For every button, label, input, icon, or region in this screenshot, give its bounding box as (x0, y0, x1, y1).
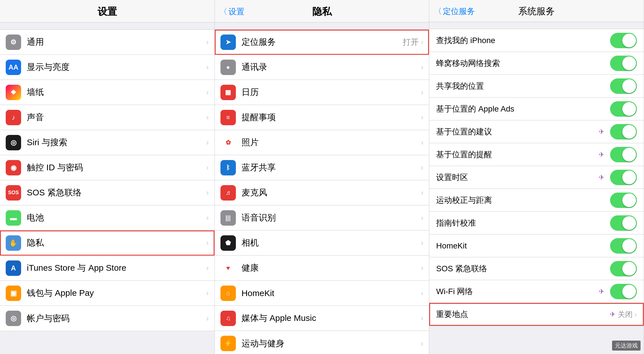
settings-item-account[interactable]: ◎ 帐户与密码 › (0, 306, 214, 331)
settings-item-sound[interactable]: ♪ 声音 › (0, 105, 214, 130)
touchid-icon: ◉ (6, 160, 21, 175)
timezone-arrow: ✈ (599, 173, 604, 181)
exercise-icon: ⚡ (220, 336, 236, 351)
privacy-item-contacts[interactable]: ● 通讯录 › (215, 55, 429, 80)
motion-toggle[interactable] (610, 193, 637, 208)
location-remind-toggle[interactable] (610, 147, 637, 162)
chevron-left-icon-2: 〈 (434, 6, 442, 17)
privacy-header: 〈 设置 隐私 (215, 0, 429, 23)
touchid-chevron: › (206, 163, 209, 172)
system-toggle-share-location[interactable]: 共享我的位置 (429, 75, 644, 98)
settings-header: 设置 (0, 0, 214, 23)
account-label: 帐户与密码 (27, 313, 206, 324)
settings-item-siri[interactable]: ◎ Siri 与搜索 › (0, 130, 214, 155)
settings-item-touchid[interactable]: ◉ 触控 ID 与密码 › (0, 155, 214, 180)
settings-panel: 设置 ⚙ 通用 › AA 显示与亮度 › ❖ 墙纸 › ♪ 声音 › ◎ Sir… (0, 0, 215, 354)
settings-item-general[interactable]: ⚙ 通用 › (0, 30, 214, 55)
cell-search-toggle[interactable] (610, 56, 637, 71)
homekit-icon: ⌂ (220, 286, 236, 301)
sos-icon: SOS (6, 185, 21, 201)
homekit-chevron: › (421, 289, 424, 298)
account-chevron: › (206, 314, 209, 323)
privacy-icon: ✋ (6, 235, 21, 251)
settings-item-itunes[interactable]: A iTunes Store 与 App Store › (0, 256, 214, 281)
camera-label: 相机 (242, 237, 421, 249)
system-toggle-motion[interactable]: 运动校正与距离 (429, 189, 644, 212)
privacy-item-homekit[interactable]: ⌂ HomeKit › (215, 281, 429, 306)
homekit2-toggle[interactable] (610, 238, 637, 254)
media-chevron: › (421, 314, 424, 323)
settings-item-display[interactable]: AA 显示与亮度 › (0, 55, 214, 80)
system-toggle-sos2[interactable]: SOS 紧急联络 (429, 257, 644, 280)
cell-search-label: 蜂窝移动网络搜索 (436, 58, 607, 69)
find-iphone-toggle[interactable] (610, 33, 637, 48)
settings-item-wallpaper[interactable]: ❖ 墙纸 › (0, 80, 214, 105)
system-toggle-compass[interactable]: 指南针校准 (429, 212, 644, 234)
apple-ads-toggle[interactable] (610, 101, 637, 117)
privacy-item-media[interactable]: ♫ 媒体与 Apple Music › (215, 306, 429, 331)
system-back-button[interactable]: 〈 定位服务 (434, 6, 475, 17)
settings-item-privacy[interactable]: ✋ 隐私 › (0, 230, 214, 256)
settings-item-wallet[interactable]: ▣ 钱包与 Apple Pay › (0, 281, 214, 306)
system-toggle-location-remind[interactable]: 基于位置的提醒 ✈ (429, 143, 644, 166)
privacy-item-microphone[interactable]: ♬ 麦克风 › (215, 180, 429, 205)
battery-label: 电池 (27, 212, 206, 224)
settings-scroll[interactable]: ⚙ 通用 › AA 显示与亮度 › ❖ 墙纸 › ♪ 声音 › ◎ Siri 与… (0, 23, 214, 354)
battery-chevron: › (206, 213, 209, 222)
homekit-label: HomeKit (242, 288, 421, 298)
privacy-item-exercise[interactable]: ⚡ 运动与健身 › (215, 331, 429, 354)
system-toggle-cell-search[interactable]: 蜂窝移动网络搜索 (429, 52, 644, 75)
system-toggle-important-places[interactable]: 重要地点 ✈ 关闭 › (429, 303, 644, 326)
sos-label: SOS 紧急联络 (27, 187, 206, 199)
privacy-item-location[interactable]: ➤ 定位服务 打开 › (215, 30, 429, 55)
privacy-scroll[interactable]: ➤ 定位服务 打开 › ● 通讯录 › ▦ 日历 › ≡ 提醒事项 › ✿ 照片… (215, 23, 429, 354)
system-toggle-apple-ads[interactable]: 基于位置的 Apple Ads (429, 98, 644, 120)
voicerecog-chevron: › (421, 213, 424, 222)
location-value: 打开 (403, 37, 419, 48)
calendar-label: 日历 (242, 86, 421, 98)
media-label: 媒体与 Apple Music (242, 312, 421, 324)
bluetooth-icon: ᛒ (220, 160, 236, 175)
privacy-item-photos[interactable]: ✿ 照片 › (215, 130, 429, 155)
siri-chevron: › (206, 138, 209, 147)
settings-item-sos[interactable]: SOS SOS 紧急联络 › (0, 180, 214, 205)
system-toggle-wifi[interactable]: Wi-Fi 网络 ✈ (429, 280, 644, 303)
general-chevron: › (206, 38, 209, 46)
sos2-toggle[interactable] (610, 261, 637, 276)
photos-chevron: › (421, 138, 424, 147)
system-services-title: 系统服务 (518, 5, 555, 18)
battery-icon: ▬ (6, 210, 21, 226)
privacy-item-camera[interactable]: ⬟ 相机 › (215, 230, 429, 256)
wifi-toggle[interactable] (610, 284, 637, 299)
location-suggest-toggle[interactable] (610, 124, 637, 139)
system-services-scroll[interactable]: 查找我的 iPhone 蜂窝移动网络搜索 共享我的位置 基于位置的 Apple … (429, 22, 644, 354)
system-toggle-location-suggest[interactable]: 基于位置的建议 ✈ (429, 120, 644, 143)
media-icon: ♫ (220, 311, 236, 326)
privacy-item-voicerecog[interactable]: ||| 语音识别 › (215, 205, 429, 230)
compass-toggle[interactable] (610, 215, 637, 231)
system-toggle-timezone[interactable]: 设置时区 ✈ (429, 166, 644, 189)
photos-icon: ✿ (220, 135, 236, 150)
settings-item-battery[interactable]: ▬ 电池 › (0, 205, 214, 230)
camera-icon: ⬟ (220, 235, 236, 251)
itunes-label: iTunes Store 与 App Store (27, 262, 206, 274)
health-icon: ♥ (220, 260, 236, 276)
privacy-item-bluetooth[interactable]: ᛒ 蓝牙共享 › (215, 155, 429, 180)
sound-chevron: › (206, 113, 209, 122)
bluetooth-label: 蓝牙共享 (242, 162, 421, 173)
share-location-toggle[interactable] (610, 78, 637, 94)
timezone-toggle[interactable] (610, 170, 637, 185)
privacy-item-calendar[interactable]: ▦ 日历 › (215, 80, 429, 105)
privacy-item-health[interactable]: ♥ 健康 › (215, 256, 429, 281)
health-label: 健康 (242, 262, 421, 274)
reminders-chevron: › (421, 113, 424, 122)
privacy-item-reminders[interactable]: ≡ 提醒事项 › (215, 105, 429, 130)
location-suggest-arrow: ✈ (599, 128, 604, 136)
system-toggle-find-iphone[interactable]: 查找我的 iPhone (429, 29, 644, 52)
voicerecog-icon: ||| (220, 210, 236, 226)
wallpaper-label: 墙纸 (27, 86, 206, 98)
system-toggle-homekit2[interactable]: HomeKit (429, 234, 644, 257)
microphone-chevron: › (421, 188, 424, 197)
bluetooth-chevron: › (421, 163, 424, 172)
privacy-back-button[interactable]: 〈 设置 (219, 6, 244, 17)
